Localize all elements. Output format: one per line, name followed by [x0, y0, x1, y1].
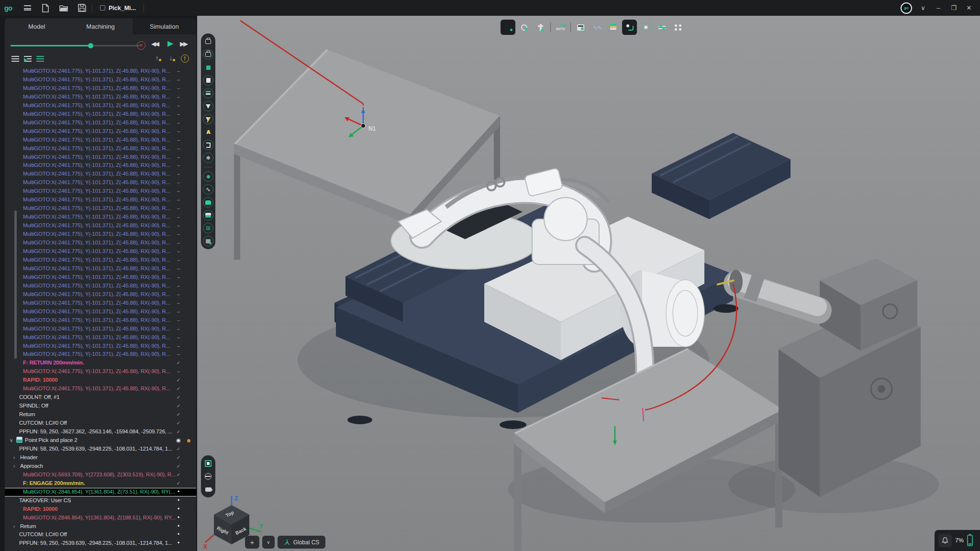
- user-avatar[interactable]: go: [901, 2, 912, 14]
- add-cs-button[interactable]: +: [245, 536, 259, 549]
- command-row[interactable]: MultiGOTO:X(-2461.775), Y(-101.371), Z(-…: [5, 299, 196, 308]
- step-up-button[interactable]: ↑: [152, 54, 162, 64]
- workpiece-button[interactable]: [203, 75, 213, 86]
- command-row[interactable]: MultiGOTO:X(-2461.775), Y(-101.371), Z(-…: [5, 178, 196, 187]
- command-row[interactable]: MultiGOTO:X(-2461.775), Y(-101.371), Z(-…: [5, 187, 196, 196]
- command-row[interactable]: SPINDL: Off: [5, 402, 196, 410]
- compact-view-button[interactable]: [35, 54, 45, 64]
- command-row[interactable]: MultiGOTO:X(-2461.775), Y(-101.371), Z(-…: [5, 325, 196, 333]
- command-row[interactable]: MultiGOTO:X(-2461.775), Y(-101.371), Z(-…: [5, 127, 196, 136]
- signal-graph-button[interactable]: ∿∿: [590, 20, 604, 35]
- command-row[interactable]: ∨Point Pick and place 2: [5, 436, 196, 445]
- command-row[interactable]: MultiGOTO:X(-2461.775), Y(-101.371), Z(-…: [5, 247, 196, 256]
- tab-simulation[interactable]: Simulation: [133, 18, 196, 34]
- command-row[interactable]: PPFUN: 58, 250, -2539.639, -2948.225, -1…: [5, 445, 196, 453]
- open-file-button[interactable]: [56, 2, 71, 14]
- command-row[interactable]: MultiGOTO:X(-2461.775), Y(-101.371), Z(-…: [5, 93, 196, 101]
- curve-button[interactable]: ∿: [203, 184, 213, 195]
- command-row[interactable]: MultiGOTO:X(-2461.775), Y(-101.371), Z(-…: [5, 282, 196, 290]
- step-down-button[interactable]: ↓: [166, 54, 176, 64]
- restore-button[interactable]: ❐: [949, 4, 958, 11]
- cs-dropdown-button[interactable]: ∨: [262, 536, 275, 549]
- transform-button[interactable]: [622, 20, 637, 35]
- command-row[interactable]: MultiGOTO:X(-2461.775), Y(-101.371), Z(-…: [5, 273, 196, 282]
- play-button[interactable]: ▶: [167, 39, 173, 48]
- command-row[interactable]: MultiGOTO:X(-2461.775), Y(-101.371), Z(-…: [5, 153, 196, 162]
- command-row[interactable]: PPFUN: 59, 250, -3627.362, -2563.146, -1…: [5, 428, 196, 436]
- head-button[interactable]: [203, 140, 213, 150]
- command-row[interactable]: CUTCOM: LC#0 Off: [5, 419, 196, 428]
- command-row[interactable]: MultiGOTO:X(-2461.775), Y(-101.371), Z(-…: [5, 84, 196, 93]
- stock-view-button[interactable]: [203, 236, 213, 246]
- command-row[interactable]: Return: [5, 410, 196, 419]
- timeline-knob[interactable]: [88, 43, 93, 48]
- warnings-button[interactable]: !: [180, 54, 189, 64]
- command-row[interactable]: MultiGOTO:X(-2461.775), Y(-101.371), Z(-…: [5, 290, 196, 299]
- camera-view-button[interactable]: [203, 484, 213, 495]
- command-row[interactable]: MultiGOTO:X(-2461.775), Y(-101.371), Z(-…: [5, 385, 196, 393]
- expander-icon[interactable]: ›: [13, 522, 20, 531]
- command-row[interactable]: MultiGOTO:X(-2846.854), Y(1361.804), Z(1…: [5, 514, 196, 522]
- command-row[interactable]: MultiGOTO:X(-2461.775), Y(-101.371), Z(-…: [5, 67, 196, 76]
- machine-visible-button[interactable]: [203, 49, 213, 60]
- globe-view-button[interactable]: [203, 471, 213, 482]
- fast-forward-button[interactable]: ▶▶: [180, 40, 187, 47]
- command-row[interactable]: MultiGOTO:X(-2461.775), Y(-101.371), Z(-…: [5, 76, 196, 84]
- stop-button[interactable]: ✕: [137, 41, 145, 50]
- 3d-viewport[interactable]: N1: [197, 16, 980, 551]
- point-button[interactable]: [203, 171, 213, 182]
- command-row[interactable]: MultiGOTO:X(-2461.775), Y(-101.371), Z(-…: [5, 161, 196, 170]
- new-file-button[interactable]: [38, 2, 53, 14]
- document-tab[interactable]: Pick_Mi...: [95, 0, 141, 16]
- mesh-button[interactable]: ⊞: [203, 223, 213, 233]
- command-row[interactable]: MultiGOTO:X(-2461.775), Y(-101.371), Z(-…: [5, 350, 196, 359]
- fixture-button[interactable]: [203, 88, 213, 99]
- command-row[interactable]: MultiGOTO:X(-2461.775), Y(-101.371), Z(-…: [5, 256, 196, 264]
- chevron-down-icon[interactable]: ∨: [919, 4, 927, 11]
- command-row[interactable]: MultiGOTO:X(-2461.775), Y(-101.371), Z(-…: [5, 367, 196, 376]
- minimize-button[interactable]: –: [934, 4, 943, 11]
- command-row[interactable]: MultiGOTO:X(-2461.775), Y(-101.371), Z(-…: [5, 204, 196, 213]
- command-row[interactable]: MultiGOTO:X(-5693.709), Y(2723.608), Z(3…: [5, 471, 196, 479]
- gear-select-button[interactable]: ✱: [638, 20, 653, 35]
- command-row[interactable]: MultiGOTO:X(-2461.775), Y(-101.371), Z(-…: [5, 264, 196, 273]
- command-row[interactable]: F: RETURN 200mm/min.: [5, 359, 196, 367]
- command-row[interactable]: MultiGOTO:X(-2461.775), Y(-101.371), Z(-…: [5, 196, 196, 204]
- surface-button[interactable]: [203, 197, 213, 208]
- gcode-button[interactable]: →1G0N2T2: [553, 20, 568, 35]
- command-row[interactable]: MultiGOTO:X(-2461.775), Y(-101.371), Z(-…: [5, 308, 196, 316]
- solid-button[interactable]: [203, 210, 213, 220]
- main-menu-button[interactable]: [20, 2, 34, 14]
- expander-icon[interactable]: ›: [13, 462, 20, 471]
- expander-icon[interactable]: ∨: [10, 436, 16, 445]
- command-row[interactable]: MultiGOTO:X(-2461.775), Y(-101.371), Z(-…: [5, 213, 196, 221]
- command-row-selected[interactable]: MultiGOTO:X(-2846.854), Y(1361.804), Z(7…: [5, 488, 196, 496]
- command-row[interactable]: ›Header: [5, 453, 196, 462]
- timeline-slider[interactable]: [11, 45, 141, 46]
- command-row[interactable]: F: ENGAGE 200mm/min.: [5, 479, 196, 488]
- notifications-button[interactable]: [938, 534, 952, 547]
- tool-holder-button[interactable]: [203, 114, 213, 124]
- tab-model[interactable]: Model: [5, 18, 68, 34]
- command-row[interactable]: MultiGOTO:X(-2461.775), Y(-101.371), Z(-…: [5, 170, 196, 178]
- command-row[interactable]: MultiGOTO:X(-2461.775), Y(-101.371), Z(-…: [5, 119, 196, 127]
- scrollbar-thumb[interactable]: [14, 210, 17, 359]
- app-logo[interactable]: go: [0, 4, 16, 12]
- global-cs-button[interactable]: Global CS: [278, 536, 325, 549]
- command-row[interactable]: MultiGOTO:X(-2461.775), Y(-101.371), Z(-…: [5, 136, 196, 144]
- command-row[interactable]: MultiGOTO:X(-2461.775), Y(-101.371), Z(-…: [5, 230, 196, 239]
- command-row[interactable]: MultiGOTO:X(-2461.775), Y(-101.371), Z(-…: [5, 221, 196, 230]
- measure-caliper-button[interactable]: [533, 20, 548, 35]
- command-row[interactable]: TAKEOVER: User CS: [5, 496, 196, 505]
- probe-button[interactable]: [517, 20, 532, 35]
- command-row[interactable]: PPFUN: 59, 250, -2539.639, -2948.225, -1…: [5, 539, 196, 548]
- zoom-fit-button[interactable]: [203, 458, 213, 469]
- apps-grid-button[interactable]: [671, 20, 686, 35]
- command-row[interactable]: MultiGOTO:X(-2461.775), Y(-101.371), Z(-…: [5, 316, 196, 325]
- save-button[interactable]: [75, 2, 89, 14]
- command-row[interactable]: ›Return: [5, 522, 196, 531]
- command-row[interactable]: COOLNT: Off, #1: [5, 393, 196, 402]
- command-row[interactable]: ›Approach: [5, 462, 196, 471]
- command-row[interactable]: MultiGOTO:X(-2461.775), Y(-101.371), Z(-…: [5, 144, 196, 153]
- expander-icon[interactable]: ›: [13, 453, 20, 462]
